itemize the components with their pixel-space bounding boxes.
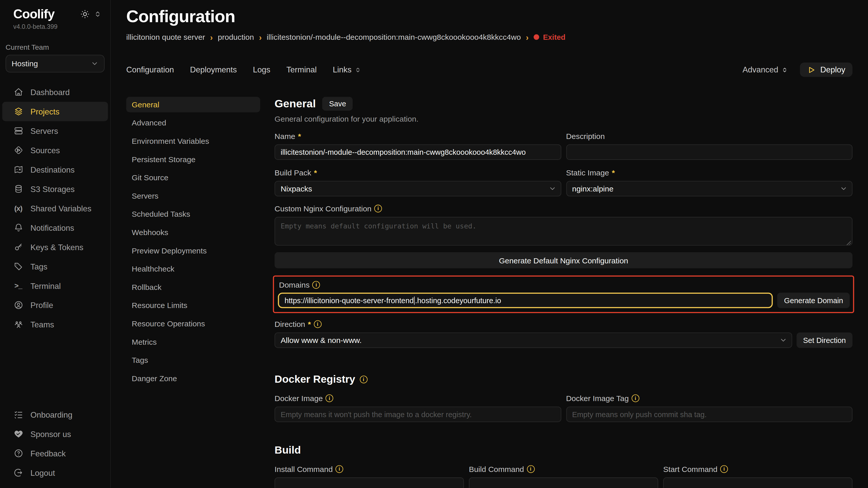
subnav-persistent-storage[interactable]: Persistent Storage (126, 152, 260, 167)
git-icon (13, 145, 23, 155)
domains-error-outline: Domains i https://illicitonion-quote-ser… (273, 275, 854, 313)
direction-select[interactable]: Allow www & non-www. (275, 332, 792, 348)
install-command-input[interactable] (275, 477, 464, 488)
tab-deployments[interactable]: Deployments (190, 65, 237, 74)
docker-image-label: Docker Image i (275, 394, 561, 403)
sidebar-item-profile[interactable]: Profile (0, 295, 110, 315)
sidebar-item-keys-tokens[interactable]: Keys & Tokens (0, 237, 110, 257)
database-icon (13, 184, 23, 194)
subnav-danger-zone[interactable]: Danger Zone (126, 371, 260, 386)
sidebar-item-label: Dashboard (30, 88, 70, 97)
deploy-button[interactable]: Deploy (800, 62, 852, 77)
team-select[interactable]: Hosting (6, 55, 104, 72)
sidebar-item-shared-variables[interactable]: (x) Shared Variables (0, 199, 110, 218)
sidebar-item-sponsor-us[interactable]: Sponsor us (0, 424, 110, 444)
domains-input[interactable]: https://illicitonion-quote-server-fronte… (278, 293, 773, 308)
logout-icon (13, 468, 23, 477)
info-icon: i (631, 394, 639, 402)
subnav-resource-limits[interactable]: Resource Limits (126, 297, 260, 313)
subnav-metrics[interactable]: Metrics (126, 334, 260, 350)
subnav-resource-operations[interactable]: Resource Operations (126, 316, 260, 331)
variable-icon: (x) (13, 204, 23, 213)
key-icon (13, 242, 23, 252)
save-button[interactable]: Save (322, 97, 353, 111)
name-input[interactable] (275, 144, 561, 160)
tab-links[interactable]: Links (333, 65, 361, 74)
theme-toggle-sun-icon[interactable] (81, 9, 90, 19)
build-command-input[interactable] (469, 477, 658, 488)
build-pack-select[interactable]: Nixpacks (275, 181, 561, 196)
map-icon (13, 165, 23, 174)
sidebar-item-label: Teams (30, 320, 54, 329)
info-icon: i (326, 394, 333, 402)
static-image-select[interactable]: nginx:alpine (566, 181, 852, 196)
subnav-general[interactable]: General (126, 97, 260, 112)
domains-value-before-caret: https://illicitonion-quote-server-fronte… (284, 296, 413, 305)
subnav-webhooks[interactable]: Webhooks (126, 225, 260, 240)
set-direction-button[interactable]: Set Direction (796, 332, 852, 348)
section-title-build: Build (275, 444, 852, 456)
layers-icon (13, 107, 23, 116)
generate-nginx-config-button[interactable]: Generate Default Nginx Configuration (275, 252, 852, 268)
subnav-preview-deployments[interactable]: Preview Deployments (126, 243, 260, 258)
subnav-servers[interactable]: Servers (126, 188, 260, 204)
info-icon: i (374, 205, 382, 213)
sidebar-item-terminal[interactable]: >_ Terminal (0, 276, 110, 295)
sidebar-item-s3-storages[interactable]: S3 Storages (0, 179, 110, 199)
sidebar-item-label: Tags (30, 262, 47, 271)
subnav-scheduled-tasks[interactable]: Scheduled Tasks (126, 206, 260, 222)
breadcrumb-environment[interactable]: production (218, 33, 254, 41)
tab-logs[interactable]: Logs (253, 65, 270, 74)
sidebar-item-tags[interactable]: Tags (0, 257, 110, 276)
terminal-icon: >_ (13, 282, 23, 290)
server-icon (13, 126, 23, 136)
sidebar-bottom-nav: Onboarding Sponsor us Feedback Logout (0, 405, 110, 482)
tab-terminal[interactable]: Terminal (286, 65, 317, 74)
sidebar-item-servers[interactable]: Servers (0, 121, 110, 140)
sidebar-item-feedback[interactable]: Feedback (0, 444, 110, 463)
breadcrumb-project[interactable]: illicitonion quote server (126, 33, 205, 41)
start-command-input[interactable] (663, 477, 852, 488)
sidebar-item-onboarding[interactable]: Onboarding (0, 405, 110, 424)
custom-nginx-textarea[interactable] (275, 217, 852, 246)
required-marker: * (298, 132, 301, 140)
bell-icon (13, 223, 23, 232)
sidebar-item-logout[interactable]: Logout (0, 463, 110, 482)
sidebar-item-label: Projects (30, 107, 59, 116)
sidebar-item-notifications[interactable]: Notifications (0, 218, 110, 237)
subnav-git-source[interactable]: Git Source (126, 170, 260, 185)
subnav-rollback[interactable]: Rollback (126, 280, 260, 295)
build-pack-label: Build Pack* (275, 168, 561, 177)
direction-label: Direction* i (275, 320, 852, 329)
tab-links-label: Links (333, 65, 351, 74)
deploy-label: Deploy (820, 65, 845, 74)
description-input[interactable] (566, 144, 852, 160)
sidebar-item-label: Destinations (30, 165, 74, 174)
docker-image-tag-label: Docker Image Tag i (566, 394, 852, 403)
home-icon (13, 88, 23, 97)
sidebar-item-sources[interactable]: Sources (0, 140, 110, 160)
breadcrumb-application[interactable]: illicitestonion/-module--decomposition:m… (267, 33, 521, 41)
docker-image-tag-input[interactable] (566, 407, 852, 422)
info-icon: i (720, 465, 728, 473)
app-version: v4.0.0-beta.399 (0, 23, 110, 30)
subnav-tags[interactable]: Tags (126, 352, 260, 368)
generate-domain-button[interactable]: Generate Domain (777, 293, 849, 308)
docker-image-input[interactable] (275, 407, 561, 422)
main-content: Configuration illicitonion quote server … (111, 0, 868, 488)
tab-configuration[interactable]: Configuration (126, 65, 174, 74)
sidebar-item-teams[interactable]: Teams (0, 315, 110, 334)
subnav-advanced[interactable]: Advanced (126, 115, 260, 131)
sidebar-collapse-icon[interactable] (94, 10, 101, 18)
sidebar-item-projects[interactable]: Projects (2, 102, 108, 121)
status-dot-icon (533, 34, 539, 40)
subnav-environment-variables[interactable]: Environment Variables (126, 133, 260, 149)
brand-logo[interactable]: Coolify (13, 7, 55, 22)
sidebar-item-destinations[interactable]: Destinations (0, 160, 110, 179)
chevron-updown-icon (781, 67, 787, 73)
sidebar-item-dashboard[interactable]: Dashboard (0, 83, 110, 102)
sidebar-item-label: Shared Variables (30, 204, 91, 213)
subnav-healthcheck[interactable]: Healthcheck (126, 261, 260, 276)
info-icon: i (336, 465, 343, 473)
advanced-dropdown[interactable]: Advanced (742, 65, 787, 74)
